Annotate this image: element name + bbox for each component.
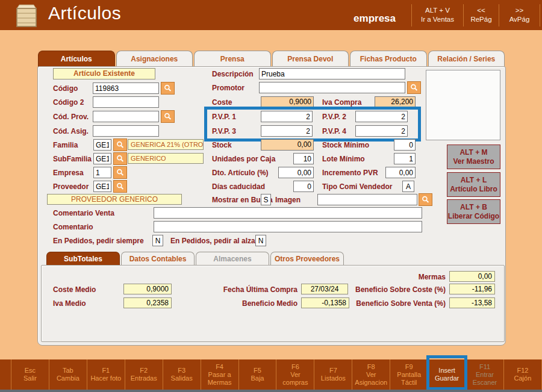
tab-prensa-devol[interactable]: Prensa Devol (272, 51, 349, 67)
fkey-key: Esc (25, 367, 36, 375)
fkey-esc-salir[interactable]: EscSalir (11, 359, 49, 390)
tab-datos-contables[interactable]: Datos Contables (121, 252, 195, 266)
iva-compra-label: Iva Compra (322, 98, 361, 107)
comentario-label: Comentario (53, 223, 93, 231)
familia-search-button[interactable] (113, 138, 127, 151)
dias-caducidad-input[interactable] (293, 181, 314, 192)
pedir-alza-input[interactable] (255, 235, 266, 246)
articulo-libro-button[interactable]: ALT + L Artículo Libro (447, 172, 500, 197)
descripcion-input[interactable] (259, 68, 405, 79)
lote-minimo-input[interactable] (394, 153, 416, 164)
fkey-key: Tab (63, 367, 73, 375)
proveedor-search-button[interactable] (113, 180, 127, 193)
dto-articulo-label: Dto. Artículo (%) (212, 169, 269, 177)
fkey-action: Entradas (131, 375, 157, 382)
subfamilia-search-button[interactable] (113, 152, 127, 165)
fkey-action: Guardar (435, 375, 459, 382)
fkey-f1-hacer-foto[interactable]: F1Hacer foto (87, 359, 125, 390)
coste-value: 0,9000 (261, 96, 314, 108)
tab-otros-proveedores[interactable]: Otros Proveedores (270, 252, 344, 266)
fkey-key: Insert (438, 367, 455, 375)
fkey-action: Baja (251, 375, 264, 382)
fkey-f6-ver-compras[interactable]: F6Ver compras (276, 359, 314, 390)
fkey-action: Cambia (57, 375, 79, 382)
familia-input[interactable] (93, 139, 111, 151)
empresa-search-button[interactable] (113, 166, 127, 179)
familia-label: Familia (53, 141, 78, 149)
tab-subtotales[interactable]: SubTotales (46, 252, 120, 266)
promotor-search-button[interactable] (407, 81, 421, 94)
imagen-input[interactable] (317, 194, 417, 205)
tab-almacenes[interactable]: Almacenes (196, 252, 269, 266)
tab-fichas-producto[interactable]: Fichas Producto (350, 51, 427, 67)
fkey-f7-listados[interactable]: F7Listados (314, 359, 352, 390)
codigo-label: Código (53, 84, 78, 93)
beneficio-sobre-coste-label: Beneficio Sobre Coste (%) (355, 285, 446, 294)
tipo-comi-input[interactable] (402, 181, 414, 192)
pvp1-input[interactable] (261, 111, 313, 122)
cod-asig-input[interactable] (93, 125, 159, 137)
descripcion-label: Descripción (212, 70, 254, 78)
pedir-siempre-input[interactable] (152, 235, 163, 246)
fkey-f9-pantalla-tactil[interactable]: F9Pantalla Táctil (390, 359, 428, 390)
main-tab-bar: Artículos Asignaciones Prensa Prensa Dev… (38, 51, 505, 67)
fkey-f3-salidas[interactable]: F3Salidas (163, 359, 201, 390)
comentario-input[interactable] (154, 221, 422, 232)
tab-asignaciones[interactable]: Asignaciones (116, 51, 193, 67)
dias-caducidad-label: Días caducidad (212, 182, 265, 191)
fkey-f2-entradas[interactable]: F2Entradas (125, 359, 163, 390)
coste-label: Coste (212, 98, 232, 107)
fkey-f4-pasar-a-mermas[interactable]: F4Pasar a Mermas (201, 359, 238, 390)
tab-prensa[interactable]: Prensa (194, 51, 271, 67)
cod-prov-input[interactable] (93, 111, 159, 122)
ver-maestro-button[interactable]: ALT + M Ver Maestro (447, 145, 500, 169)
proveedor-input[interactable] (93, 181, 111, 192)
fkey-action: Hacer foto (90, 375, 121, 382)
nav-ir-a-ventas[interactable]: ALT + V Ir a Ventas (412, 6, 463, 24)
promotor-label: Promotor (212, 84, 245, 92)
codigo2-label: Código 2 (53, 98, 84, 107)
button-label: Artículo Libro (450, 185, 497, 194)
imagen-search-button[interactable] (419, 193, 432, 206)
subfamilia-input[interactable] (93, 153, 111, 164)
coste-medio-value: 0,9000 (123, 284, 172, 294)
button-key: ALT + M (459, 148, 487, 157)
dto-articulo-input[interactable] (278, 167, 314, 178)
fkey-key: F11 (479, 363, 490, 371)
fkey-f5-baja[interactable]: F5Baja (238, 359, 276, 390)
pvp1-label: P.V.P. 1 (212, 113, 236, 121)
fkey-f12-cajon[interactable]: F12Cajón (503, 359, 542, 390)
pvp3-input[interactable] (261, 125, 313, 137)
nav-label: AvPág (499, 15, 540, 24)
imagen-label: Imagen (275, 196, 301, 204)
mostrar-busca-input[interactable] (261, 194, 271, 205)
familia-desc: GENERICA 21% (OTROS (128, 139, 204, 150)
comentario-venta-input[interactable] (154, 207, 422, 219)
liberar-codigo-button[interactable]: ALT + B Liberar Código (447, 199, 500, 224)
search-icon (410, 83, 419, 92)
tab-articulos[interactable]: Artículos (38, 51, 115, 67)
fkey-key: F3 (178, 367, 185, 375)
cod-prov-search-button[interactable] (161, 110, 175, 123)
codigo2-input[interactable] (93, 96, 159, 108)
codigo-input[interactable] (93, 82, 159, 94)
fkey-f8-ver-asignacion[interactable]: F8Ver Asignacion (352, 359, 390, 390)
tab-relacion-series[interactable]: Relación / Series (428, 51, 505, 67)
fecha-ultima-compra-label: Fecha Última Compra (223, 285, 297, 294)
unidades-caja-input[interactable] (293, 153, 314, 164)
fkey-insert-guardar[interactable]: InsertGuardar (428, 359, 466, 390)
crate-icon (12, 4, 41, 28)
codigo-search-button[interactable] (161, 82, 175, 95)
incremento-pvr-input[interactable] (385, 167, 416, 178)
promotor-input[interactable] (259, 82, 405, 93)
pvp4-input[interactable] (355, 125, 408, 137)
fkey-tab-cambia[interactable]: TabCambia (49, 359, 87, 390)
empresa-input[interactable] (93, 167, 111, 178)
nav-label: RePág (464, 15, 499, 24)
empresa-label: Empresa (53, 169, 84, 177)
stock-minimo-input[interactable] (394, 139, 416, 151)
pvp2-input[interactable] (355, 111, 408, 122)
nav-avpag[interactable]: >> AvPág (499, 6, 540, 24)
nav-repag[interactable]: << RePág (464, 6, 499, 24)
fkey-action: Listados (321, 375, 346, 382)
